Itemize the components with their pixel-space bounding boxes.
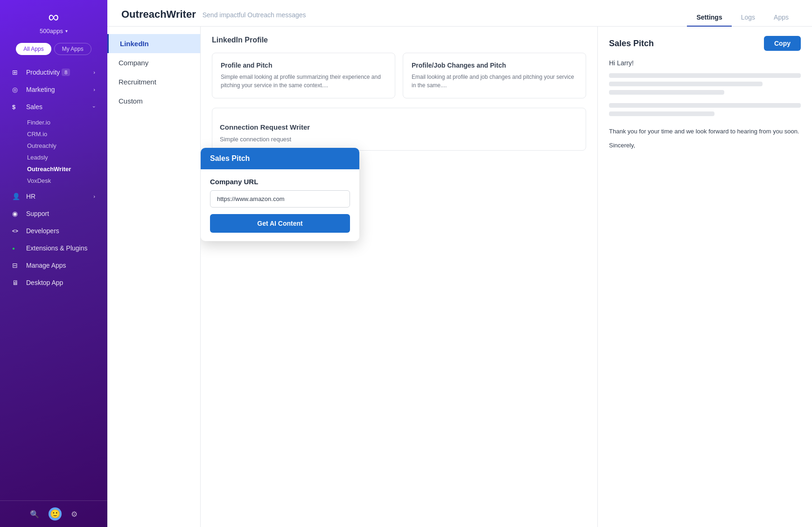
connection-request-title: Connection Request Writer <box>220 123 578 131</box>
support-label: Support <box>26 210 49 217</box>
marketing-chevron-icon: › <box>93 87 95 92</box>
sales-label: Sales <box>26 103 42 111</box>
sales-pitch-result-panel: Sales Pitch Copy Hi Larry! Thank you for… <box>597 27 812 527</box>
profile-pitch-card[interactable]: Profile and Pitch Simple email looking a… <box>212 53 395 98</box>
subnav-outreachly[interactable]: Outreachly <box>22 140 107 152</box>
sales-subnav: Finder.io CRM.io Outreachly Leadsly Outr… <box>0 116 107 187</box>
settings-footer-icon[interactable]: ⚙ <box>71 510 77 519</box>
page-subtitle: Send impactful Outreach messages <box>203 11 306 19</box>
content-left-nav: LinkedIn Company Recruitment Custom <box>107 27 201 527</box>
sidebar-nav: ⊞ Productivity 8 › ◎ Marketing › $ Sales… <box>0 62 107 500</box>
sidebar-item-support[interactable]: ◉ Support <box>4 205 104 222</box>
placeholder-line-5 <box>609 111 714 116</box>
extensions-label: Extensions & Plugins <box>26 244 88 252</box>
content-nav-company[interactable]: Company <box>107 53 200 72</box>
developers-icon: <> <box>12 228 21 234</box>
sidebar-tabs: All Apps My Apps <box>0 39 107 62</box>
profile-job-changes-title: Profile/Job Changes and Pitch <box>412 62 577 69</box>
subnav-outreachwriter[interactable]: OutreachWriter <box>22 163 107 175</box>
search-footer-icon[interactable]: 🔍 <box>30 510 39 519</box>
placeholder-line-1 <box>609 73 801 78</box>
extensions-icon: ● <box>12 246 21 251</box>
sales-icon: $ <box>12 104 21 111</box>
sidebar-footer: 🔍 🙂 ⚙ <box>0 500 107 527</box>
subnav-voxdesk[interactable]: VoxDesk <box>22 175 107 187</box>
user-avatar[interactable]: 🙂 <box>49 507 62 520</box>
sidebar-item-hr[interactable]: 👤 HR › <box>4 188 104 205</box>
profile-job-changes-card[interactable]: Profile/Job Changes and Pitch Email look… <box>403 53 586 98</box>
productivity-badge: 8 <box>62 69 70 76</box>
sidebar-item-marketing[interactable]: ◎ Marketing › <box>4 81 104 98</box>
brand-name[interactable]: 500apps ▾ <box>40 28 68 35</box>
tab-apps[interactable]: Apps <box>764 9 798 27</box>
profile-pitch-title: Profile and Pitch <box>221 62 386 69</box>
subnav-leadsly[interactable]: Leadsly <box>22 152 107 163</box>
linkedin-profile-title: LinkedIn Profile <box>212 36 586 44</box>
sales-pitch-popup-header: Sales Pitch <box>201 148 359 169</box>
cards-row: Profile and Pitch Simple email looking a… <box>212 53 586 98</box>
subnav-crm[interactable]: CRM.io <box>22 128 107 140</box>
placeholder-line-4 <box>609 103 801 108</box>
sidebar: ∞ 500apps ▾ All Apps My Apps ⊞ Productiv… <box>0 0 107 527</box>
productivity-icon: ⊞ <box>12 69 21 76</box>
tab-logs[interactable]: Logs <box>732 9 764 27</box>
sidebar-item-extensions[interactable]: ● Extensions & Plugins <box>4 240 104 257</box>
productivity-chevron-icon: › <box>93 69 95 75</box>
main-header: OutreachWriter Send impactful Outreach m… <box>107 0 812 27</box>
productivity-label: Productivity <box>26 69 60 76</box>
my-apps-tab[interactable]: My Apps <box>54 43 91 55</box>
sales-pitch-popup: Sales Pitch Company URL Get AI Content <box>201 148 359 241</box>
sp-greeting: Hi Larry! <box>609 59 801 67</box>
sidebar-item-desktop-app[interactable]: 🖥 Desktop App <box>4 274 104 291</box>
main-tabs: Settings Logs Apps <box>687 9 798 26</box>
desktop-app-label: Desktop App <box>26 279 63 286</box>
profile-job-changes-desc: Email looking at profile and job changes… <box>412 73 577 90</box>
placeholder-line-3 <box>609 90 724 95</box>
content-area: LinkedIn Company Recruitment Custom Link… <box>107 27 812 527</box>
company-url-input[interactable] <box>210 190 350 208</box>
logo-icon: ∞ <box>49 8 59 26</box>
hr-chevron-icon: › <box>93 194 95 199</box>
hr-icon: 👤 <box>12 193 21 200</box>
support-icon: ◉ <box>12 210 21 217</box>
desktop-app-icon: 🖥 <box>12 279 21 286</box>
marketing-label: Marketing <box>26 86 55 93</box>
manage-apps-icon: ⊟ <box>12 262 21 269</box>
marketing-icon: ◎ <box>12 86 21 93</box>
content-nav-recruitment[interactable]: Recruitment <box>107 72 200 91</box>
placeholder-line-2 <box>609 82 763 86</box>
brand-chevron-icon: ▾ <box>65 28 68 34</box>
all-apps-tab[interactable]: All Apps <box>16 43 51 55</box>
sidebar-item-sales[interactable]: $ Sales › <box>4 98 104 115</box>
manage-apps-label: Manage Apps <box>26 262 66 269</box>
sp-closing-line1: Thank you for your time and we look forw… <box>609 126 801 137</box>
sidebar-item-productivity[interactable]: ⊞ Productivity 8 › <box>4 64 104 81</box>
sp-closing-line2: Sincerely, <box>609 140 801 151</box>
simple-connection-label: Simple connection request <box>220 136 578 143</box>
profile-pitch-desc: Simple email looking at profile summariz… <box>221 73 386 90</box>
get-ai-content-button[interactable]: Get AI Content <box>210 214 350 233</box>
sidebar-logo: ∞ 500apps ▾ <box>0 0 107 39</box>
content-nav-custom[interactable]: Custom <box>107 91 200 111</box>
sidebar-item-developers[interactable]: <> Developers <box>4 222 104 239</box>
sales-chevron-icon: › <box>91 106 97 108</box>
content-center: LinkedIn Profile Profile and Pitch Simpl… <box>201 27 597 527</box>
sp-result-header: Sales Pitch Copy <box>609 36 801 51</box>
subnav-finder[interactable]: Finder.io <box>22 117 107 128</box>
sales-pitch-popup-body: Company URL Get AI Content <box>201 169 359 241</box>
tab-settings[interactable]: Settings <box>687 9 731 27</box>
main-content: OutreachWriter Send impactful Outreach m… <box>107 0 812 527</box>
sp-closing: Thank you for your time and we look forw… <box>609 126 801 151</box>
sp-result-title: Sales Pitch <box>609 39 654 49</box>
sidebar-item-manage-apps[interactable]: ⊟ Manage Apps <box>4 257 104 274</box>
developers-label: Developers <box>26 227 59 235</box>
copy-button[interactable]: Copy <box>764 36 801 51</box>
main-header-top: OutreachWriter Send impactful Outreach m… <box>121 8 306 26</box>
company-url-label: Company URL <box>210 178 350 186</box>
content-nav-linkedin[interactable]: LinkedIn <box>107 34 200 53</box>
page-title: OutreachWriter <box>121 8 196 21</box>
hr-label: HR <box>26 193 35 200</box>
